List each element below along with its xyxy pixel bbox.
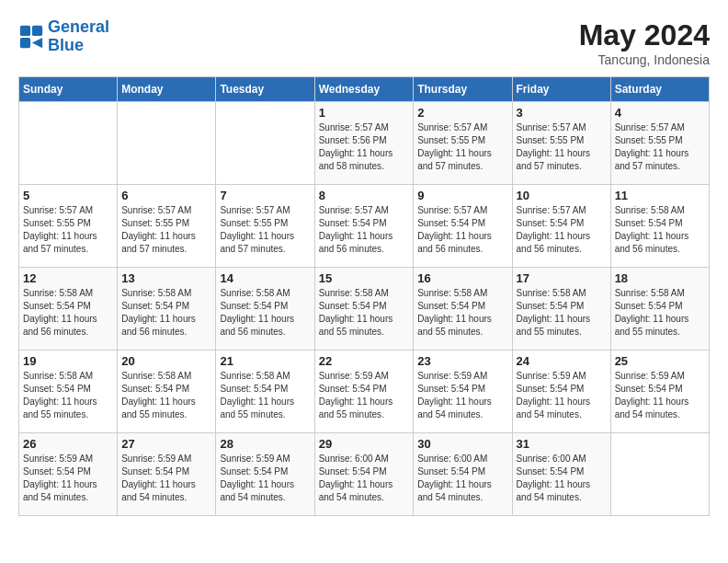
day-info: Sunrise: 5:57 AM Sunset: 5:55 PM Dayligh… [220, 204, 310, 256]
svg-rect-0 [20, 26, 30, 36]
day-info: Sunrise: 5:57 AM Sunset: 5:55 PM Dayligh… [121, 204, 211, 256]
day-info: Sunrise: 6:00 AM Sunset: 5:54 PM Dayligh… [517, 453, 607, 504]
calendar-week-row: 1Sunrise: 5:57 AM Sunset: 5:56 PM Daylig… [19, 102, 710, 185]
day-info: Sunrise: 5:57 AM Sunset: 5:54 PM Dayligh… [319, 204, 410, 256]
day-info: Sunrise: 5:59 AM Sunset: 5:54 PM Dayligh… [517, 370, 607, 421]
calendar-cell: 4Sunrise: 5:57 AM Sunset: 5:55 PM Daylig… [610, 102, 709, 185]
day-number: 7 [220, 189, 310, 202]
day-info: Sunrise: 5:58 AM Sunset: 5:54 PM Dayligh… [121, 370, 211, 421]
calendar-cell: 3Sunrise: 5:57 AM Sunset: 5:55 PM Daylig… [512, 102, 610, 185]
calendar-cell: 31Sunrise: 6:00 AM Sunset: 5:54 PM Dayli… [512, 433, 610, 516]
day-number: 11 [615, 189, 705, 202]
day-number: 27 [121, 437, 211, 451]
day-number: 12 [23, 271, 113, 285]
calendar-cell: 8Sunrise: 5:57 AM Sunset: 5:54 PM Daylig… [314, 185, 414, 268]
calendar-cell: 27Sunrise: 5:59 AM Sunset: 5:54 PM Dayli… [118, 433, 216, 516]
calendar-cell [216, 102, 314, 185]
day-number: 1 [319, 106, 410, 120]
weekday-header: Monday [118, 77, 216, 102]
calendar-cell: 18Sunrise: 5:58 AM Sunset: 5:54 PM Dayli… [610, 268, 709, 350]
day-number: 30 [417, 437, 507, 451]
day-number: 31 [517, 437, 607, 451]
day-info: Sunrise: 6:00 AM Sunset: 5:54 PM Dayligh… [319, 453, 410, 504]
day-number: 17 [517, 271, 607, 285]
day-info: Sunrise: 5:59 AM Sunset: 5:54 PM Dayligh… [220, 453, 310, 504]
calendar-cell: 22Sunrise: 5:59 AM Sunset: 5:54 PM Dayli… [314, 350, 414, 433]
day-number: 9 [417, 189, 507, 202]
day-info: Sunrise: 5:58 AM Sunset: 5:54 PM Dayligh… [319, 287, 410, 339]
day-number: 29 [319, 437, 410, 451]
day-info: Sunrise: 5:58 AM Sunset: 5:54 PM Dayligh… [23, 287, 113, 339]
day-info: Sunrise: 5:58 AM Sunset: 5:54 PM Dayligh… [23, 370, 113, 421]
day-number: 15 [319, 271, 410, 285]
day-number: 8 [319, 189, 410, 202]
day-number: 25 [615, 354, 705, 368]
calendar-cell [19, 102, 118, 185]
logo-line2: Blue [48, 36, 84, 54]
weekday-header: Thursday [414, 77, 512, 102]
day-info: Sunrise: 5:58 AM Sunset: 5:54 PM Dayligh… [220, 370, 310, 421]
logo-icon [18, 24, 44, 50]
day-number: 10 [517, 189, 607, 202]
weekday-header: Wednesday [314, 77, 414, 102]
calendar-cell: 11Sunrise: 5:58 AM Sunset: 5:54 PM Dayli… [610, 185, 709, 268]
day-number: 28 [220, 437, 310, 451]
day-info: Sunrise: 5:57 AM Sunset: 5:55 PM Dayligh… [615, 121, 705, 173]
day-number: 14 [220, 271, 310, 285]
calendar-cell: 14Sunrise: 5:58 AM Sunset: 5:54 PM Dayli… [216, 268, 314, 350]
day-info: Sunrise: 5:58 AM Sunset: 5:54 PM Dayligh… [220, 287, 310, 339]
logo: General Blue [18, 18, 109, 55]
day-number: 3 [517, 106, 607, 120]
day-info: Sunrise: 5:58 AM Sunset: 5:54 PM Dayligh… [615, 287, 705, 339]
day-info: Sunrise: 5:58 AM Sunset: 5:54 PM Dayligh… [615, 204, 705, 256]
day-info: Sunrise: 5:59 AM Sunset: 5:54 PM Dayligh… [23, 453, 113, 504]
calendar-cell: 12Sunrise: 5:58 AM Sunset: 5:54 PM Dayli… [19, 268, 118, 350]
calendar-cell: 29Sunrise: 6:00 AM Sunset: 5:54 PM Dayli… [314, 433, 414, 516]
day-info: Sunrise: 5:59 AM Sunset: 5:54 PM Dayligh… [121, 453, 211, 504]
day-info: Sunrise: 5:57 AM Sunset: 5:54 PM Dayligh… [517, 204, 607, 256]
calendar-header-row: SundayMondayTuesdayWednesdayThursdayFrid… [19, 77, 710, 102]
calendar-cell [610, 433, 709, 516]
day-info: Sunrise: 5:57 AM Sunset: 5:55 PM Dayligh… [417, 121, 507, 173]
calendar-cell: 17Sunrise: 5:58 AM Sunset: 5:54 PM Dayli… [512, 268, 610, 350]
title-block: May 2024 Tancung, Indonesia [579, 18, 710, 67]
weekday-header: Saturday [610, 77, 709, 102]
svg-marker-3 [32, 38, 42, 48]
calendar-week-row: 5Sunrise: 5:57 AM Sunset: 5:55 PM Daylig… [19, 185, 710, 268]
calendar-cell: 26Sunrise: 5:59 AM Sunset: 5:54 PM Dayli… [19, 433, 118, 516]
calendar-cell: 28Sunrise: 5:59 AM Sunset: 5:54 PM Dayli… [216, 433, 314, 516]
day-info: Sunrise: 5:58 AM Sunset: 5:54 PM Dayligh… [517, 287, 607, 339]
day-info: Sunrise: 6:00 AM Sunset: 5:54 PM Dayligh… [417, 453, 507, 504]
day-number: 5 [23, 189, 113, 202]
calendar-cell: 21Sunrise: 5:58 AM Sunset: 5:54 PM Dayli… [216, 350, 314, 433]
calendar-cell: 20Sunrise: 5:58 AM Sunset: 5:54 PM Dayli… [118, 350, 216, 433]
day-number: 19 [23, 354, 113, 368]
day-info: Sunrise: 5:59 AM Sunset: 5:54 PM Dayligh… [417, 370, 507, 421]
day-info: Sunrise: 5:57 AM Sunset: 5:55 PM Dayligh… [23, 204, 113, 256]
logo-line1: General [48, 17, 109, 36]
day-info: Sunrise: 5:59 AM Sunset: 5:54 PM Dayligh… [319, 370, 410, 421]
weekday-header: Friday [512, 77, 610, 102]
calendar-cell: 19Sunrise: 5:58 AM Sunset: 5:54 PM Dayli… [19, 350, 118, 433]
day-info: Sunrise: 5:57 AM Sunset: 5:56 PM Dayligh… [319, 121, 410, 173]
day-number: 24 [517, 354, 607, 368]
day-info: Sunrise: 5:59 AM Sunset: 5:54 PM Dayligh… [615, 370, 705, 421]
day-number: 26 [23, 437, 113, 451]
calendar-cell: 6Sunrise: 5:57 AM Sunset: 5:55 PM Daylig… [118, 185, 216, 268]
day-number: 22 [319, 354, 410, 368]
calendar-cell: 2Sunrise: 5:57 AM Sunset: 5:55 PM Daylig… [414, 102, 512, 185]
svg-rect-2 [20, 38, 30, 48]
calendar-cell: 15Sunrise: 5:58 AM Sunset: 5:54 PM Dayli… [314, 268, 414, 350]
calendar-cell: 10Sunrise: 5:57 AM Sunset: 5:54 PM Dayli… [512, 185, 610, 268]
calendar-cell: 30Sunrise: 6:00 AM Sunset: 5:54 PM Dayli… [414, 433, 512, 516]
calendar-cell: 16Sunrise: 5:58 AM Sunset: 5:54 PM Dayli… [414, 268, 512, 350]
weekday-header: Tuesday [216, 77, 314, 102]
day-number: 18 [615, 271, 705, 285]
calendar-cell: 13Sunrise: 5:58 AM Sunset: 5:54 PM Dayli… [118, 268, 216, 350]
calendar-cell: 5Sunrise: 5:57 AM Sunset: 5:55 PM Daylig… [19, 185, 118, 268]
page-header: General Blue May 2024 Tancung, Indonesia [18, 18, 710, 67]
day-number: 6 [121, 189, 211, 202]
calendar-body: 1Sunrise: 5:57 AM Sunset: 5:56 PM Daylig… [19, 102, 710, 516]
calendar-cell: 24Sunrise: 5:59 AM Sunset: 5:54 PM Dayli… [512, 350, 610, 433]
day-number: 2 [417, 106, 507, 120]
